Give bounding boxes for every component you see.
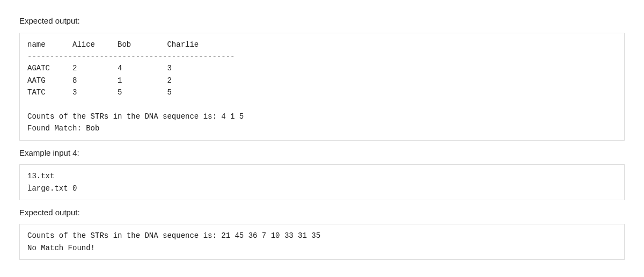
code-block-output-1: name Alice Bob Charlie -----------------…: [19, 33, 625, 141]
example-input-4-label: Example input 4:: [19, 147, 625, 159]
expected-output-label-1: Expected output:: [19, 15, 625, 27]
code-block-output-2: Counts of the STRs in the DNA sequence i…: [19, 224, 625, 260]
code-block-input-4: 13.txt large.txt 0: [19, 164, 625, 200]
expected-output-label-2: Expected output:: [19, 207, 625, 219]
